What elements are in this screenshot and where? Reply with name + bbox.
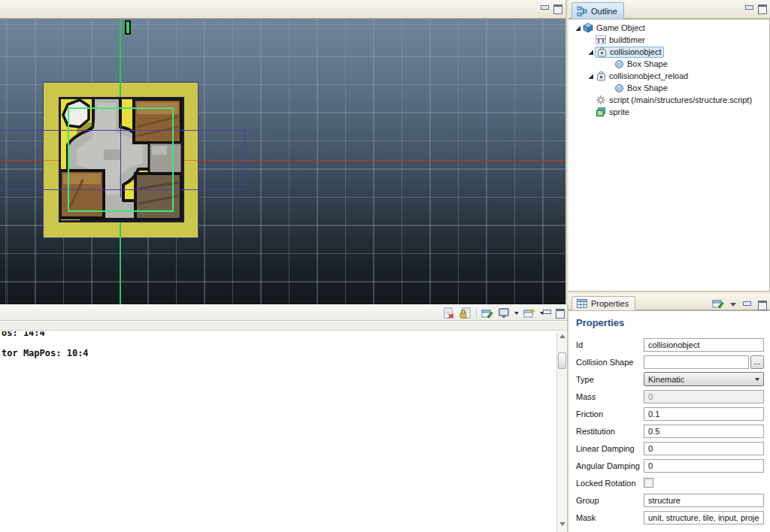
scene-canvas[interactable] bbox=[0, 19, 565, 304]
clear-console-icon[interactable] bbox=[443, 307, 455, 319]
tab-outline[interactable]: Outline bbox=[571, 2, 624, 19]
display-console-dropdown-icon[interactable] bbox=[514, 312, 519, 315]
game-object-cube-icon bbox=[582, 22, 594, 34]
linear-damping-field[interactable] bbox=[644, 442, 764, 455]
scroll-lock-icon[interactable] bbox=[459, 307, 471, 319]
scene-editor-header bbox=[0, 0, 565, 19]
script-gear-icon bbox=[595, 94, 607, 106]
restitution-field[interactable] bbox=[644, 425, 764, 438]
box-shape-icon bbox=[613, 82, 625, 94]
mass-field bbox=[644, 390, 764, 404]
properties-tab-icon bbox=[577, 299, 587, 308]
open-console-icon[interactable] bbox=[523, 307, 535, 319]
console-panel: os: 14:4 tor MapPos: 10:4 bbox=[0, 304, 568, 532]
maximize-icon[interactable] bbox=[757, 4, 766, 12]
property-label: Group bbox=[576, 496, 644, 505]
selected-tree-item: collisionobject bbox=[595, 47, 664, 58]
tab-outline-label: Outline bbox=[591, 7, 617, 16]
property-label: Mask bbox=[576, 513, 644, 522]
scroll-down-icon[interactable] bbox=[559, 522, 565, 526]
property-row-group: Group bbox=[576, 491, 770, 509]
tree-item-label: Box Shape bbox=[625, 83, 670, 92]
properties-title: Properties bbox=[576, 317, 770, 328]
minimize-icon[interactable] bbox=[542, 308, 551, 316]
sprite-layers-icon bbox=[595, 106, 607, 118]
tree-item-label: Game Object bbox=[594, 23, 647, 32]
outline-tab-icon bbox=[577, 6, 587, 17]
label-tt-icon: TT bbox=[595, 34, 607, 46]
type-dropdown[interactable]: Kinematic bbox=[644, 372, 764, 386]
tab-properties-label: Properties bbox=[591, 299, 629, 308]
friction-field[interactable] bbox=[644, 407, 764, 421]
expand-arrow-icon[interactable] bbox=[586, 47, 595, 56]
pin-console-icon[interactable] bbox=[481, 307, 493, 319]
property-label: Friction bbox=[576, 410, 644, 419]
scene-editor-panel bbox=[0, 0, 567, 304]
collision-object-icon bbox=[595, 70, 607, 82]
scroll-up-icon[interactable] bbox=[559, 334, 565, 338]
tree-item-box-shape[interactable]: Box Shape bbox=[568, 82, 769, 94]
maximize-icon[interactable] bbox=[757, 300, 766, 308]
tree-item-label: collisionobject bbox=[608, 47, 663, 56]
view-menu-chevron-icon[interactable] bbox=[730, 303, 736, 307]
tree-item-collisionobject-reload[interactable]: collisionobject_reload bbox=[568, 70, 769, 82]
maximize-icon[interactable] bbox=[553, 4, 562, 12]
tree-item-label: collisionobject_reload bbox=[607, 71, 690, 80]
property-row-locked-rotation: Locked Rotation bbox=[576, 474, 770, 491]
expand-arrow-icon[interactable] bbox=[586, 71, 595, 80]
tree-item-script[interactable]: script (/main/structures/structure.scrip… bbox=[568, 94, 769, 106]
property-label: Linear Damping bbox=[576, 444, 644, 453]
properties-header: Properties bbox=[568, 294, 770, 310]
outline-header: Outline bbox=[568, 0, 770, 19]
minimize-icon[interactable] bbox=[742, 300, 751, 308]
properties-panel: Properties Properties Id Collision Shape… bbox=[568, 294, 770, 532]
tree-item-box-shape[interactable]: Box Shape bbox=[568, 58, 769, 70]
property-row-linear-damping: Linear Damping bbox=[576, 440, 770, 457]
property-row-id: Id bbox=[576, 336, 770, 353]
property-row-type: Type Kinematic bbox=[576, 370, 770, 388]
tree-item-label: Box Shape bbox=[625, 59, 670, 68]
property-label: Locked Rotation bbox=[576, 479, 644, 488]
outline-tree[interactable]: Game Object TT buildtimer collisionobjec… bbox=[568, 19, 770, 292]
tree-item-buildtimer[interactable]: TT buildtimer bbox=[568, 34, 769, 46]
box-shape-icon bbox=[613, 58, 625, 70]
browse-button[interactable]: ... bbox=[750, 355, 764, 369]
property-label: Mass bbox=[576, 392, 644, 401]
tab-properties[interactable]: Properties bbox=[571, 296, 635, 310]
id-field[interactable] bbox=[644, 338, 764, 352]
mask-field[interactable] bbox=[644, 511, 764, 524]
property-label: Id bbox=[576, 340, 644, 349]
console-log[interactable]: os: 14:4 tor MapPos: 10:4 bbox=[0, 331, 556, 532]
property-row-restitution: Restitution bbox=[576, 422, 770, 440]
tree-item-collisionobject[interactable]: collisionobject bbox=[568, 46, 769, 58]
group-field[interactable] bbox=[644, 494, 764, 507]
console-scrollbar[interactable] bbox=[556, 331, 567, 532]
minimize-icon[interactable] bbox=[744, 4, 753, 12]
pin-editor-icon[interactable] bbox=[712, 298, 724, 310]
expand-arrow-icon[interactable] bbox=[573, 23, 582, 32]
display-selected-console-icon[interactable] bbox=[498, 307, 510, 319]
tree-item-sprite[interactable]: sprite bbox=[568, 106, 769, 118]
property-row-angular-damping: Angular Damping bbox=[576, 457, 770, 474]
console-substrip bbox=[0, 322, 567, 331]
collision-object-icon bbox=[596, 46, 608, 58]
type-dropdown-value: Kinematic bbox=[648, 375, 684, 384]
local-y-axis-line bbox=[120, 124, 121, 198]
svg-text:TT: TT bbox=[596, 37, 605, 44]
property-row-mask: Mask bbox=[576, 509, 770, 526]
tree-item-game-object[interactable]: Game Object bbox=[568, 22, 769, 34]
minimize-icon[interactable] bbox=[540, 4, 549, 12]
scrollbar-thumb[interactable] bbox=[558, 352, 566, 369]
collision-shape-field[interactable] bbox=[644, 355, 749, 369]
tree-item-label: script (/main/structures/structure.scrip… bbox=[607, 95, 754, 104]
dropdown-arrow-icon bbox=[755, 378, 759, 381]
y-axis-handle[interactable] bbox=[125, 20, 131, 35]
property-label: Angular Damping bbox=[576, 461, 644, 470]
property-label: Type bbox=[576, 375, 644, 384]
toolbar-separator bbox=[476, 308, 477, 319]
maximize-icon[interactable] bbox=[555, 308, 564, 316]
angular-damping-field[interactable] bbox=[644, 459, 764, 473]
console-line: os: 14:4 bbox=[2, 331, 45, 338]
locked-rotation-checkbox[interactable] bbox=[644, 478, 653, 488]
properties-form: Properties Id Collision Shape ... Type K… bbox=[568, 310, 770, 532]
